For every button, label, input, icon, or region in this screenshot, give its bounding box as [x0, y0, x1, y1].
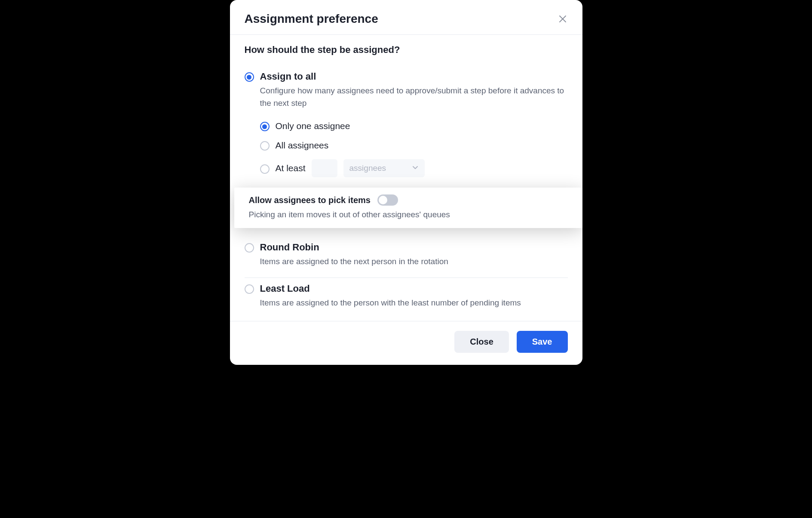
option-round-robin[interactable]: Round Robin Items are assigned to the ne…	[245, 237, 568, 278]
option-least-load[interactable]: Least Load Items are assigned to the per…	[245, 278, 568, 314]
radio-all-assignees[interactable]	[260, 141, 270, 151]
sub-title-only-one: Only one assignee	[276, 121, 350, 131]
radio-round-robin[interactable]	[245, 243, 254, 253]
assignees-dropdown[interactable]: assignees	[343, 159, 425, 177]
sub-option-at-least[interactable]: At least assignees	[260, 155, 568, 182]
at-least-count-input[interactable]	[312, 159, 337, 177]
option-title-assign-all: Assign to all	[260, 71, 568, 82]
allow-pick-description: Picking an item moves it out of other as…	[249, 210, 568, 219]
allow-pick-panel: Allow assignees to pick items Picking an…	[234, 188, 582, 228]
toggle-knob	[379, 196, 387, 204]
modal-title: Assignment preference	[245, 12, 378, 26]
close-button[interactable]: Close	[454, 331, 509, 353]
sub-options: Only one assignee All assignees At least…	[260, 116, 568, 182]
option-desc-least-load: Items are assigned to the person with th…	[260, 297, 568, 309]
radio-assign-to-all[interactable]	[245, 72, 254, 82]
assignment-preference-modal: Assignment preference How should the ste…	[230, 0, 582, 365]
section-heading: How should the step be assigned?	[245, 44, 568, 56]
option-title-round-robin: Round Robin	[260, 242, 568, 253]
save-button[interactable]: Save	[517, 331, 568, 353]
modal-header: Assignment preference	[230, 0, 582, 35]
allow-pick-toggle[interactable]	[377, 194, 398, 206]
option-title-least-load: Least Load	[260, 283, 568, 294]
chevron-down-icon	[412, 163, 419, 173]
sub-title-at-least: At least	[276, 163, 306, 173]
radio-only-one[interactable]	[260, 122, 270, 131]
allow-pick-label: Allow assignees to pick items	[249, 195, 371, 205]
sub-title-all: All assignees	[276, 140, 329, 151]
option-assign-to-all[interactable]: Assign to all Configure how many assigne…	[245, 66, 568, 237]
sub-option-all[interactable]: All assignees	[260, 136, 568, 155]
modal-body: How should the step be assigned? Assign …	[230, 35, 582, 314]
option-desc-round-robin: Items are assigned to the next person in…	[260, 256, 568, 268]
radio-at-least[interactable]	[260, 164, 270, 174]
option-desc-assign-all: Configure how many assignees need to app…	[260, 85, 568, 109]
allow-pick-row: Allow assignees to pick items	[249, 194, 568, 206]
radio-least-load[interactable]	[245, 284, 254, 294]
close-icon[interactable]	[558, 14, 568, 24]
modal-footer: Close Save	[230, 321, 582, 365]
dropdown-label: assignees	[349, 163, 386, 173]
sub-option-only-one[interactable]: Only one assignee	[260, 116, 568, 136]
